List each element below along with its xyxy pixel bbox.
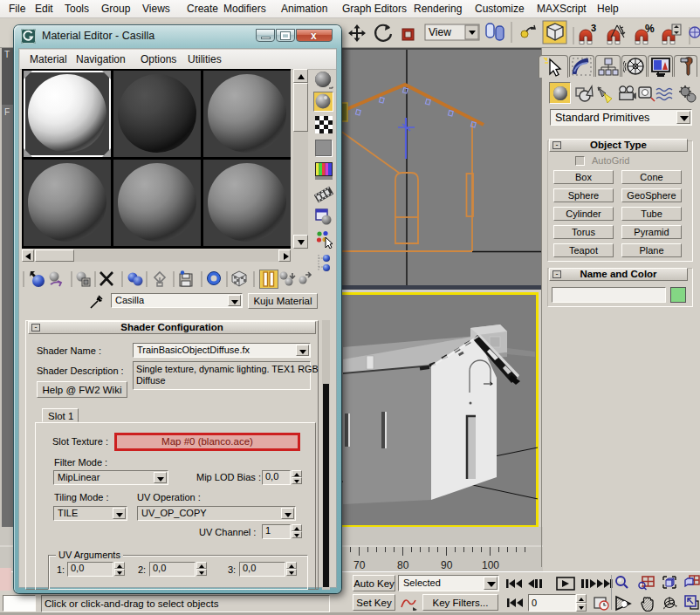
svg-text:80: 80 (397, 559, 409, 571)
svg-text:70: 70 (353, 559, 366, 571)
svg-text:%: % (645, 23, 655, 35)
svg-text:100: 100 (482, 559, 499, 571)
svg-text:View: View (429, 26, 451, 38)
svg-text:3: 3 (591, 23, 596, 33)
svg-text:90: 90 (441, 559, 453, 571)
